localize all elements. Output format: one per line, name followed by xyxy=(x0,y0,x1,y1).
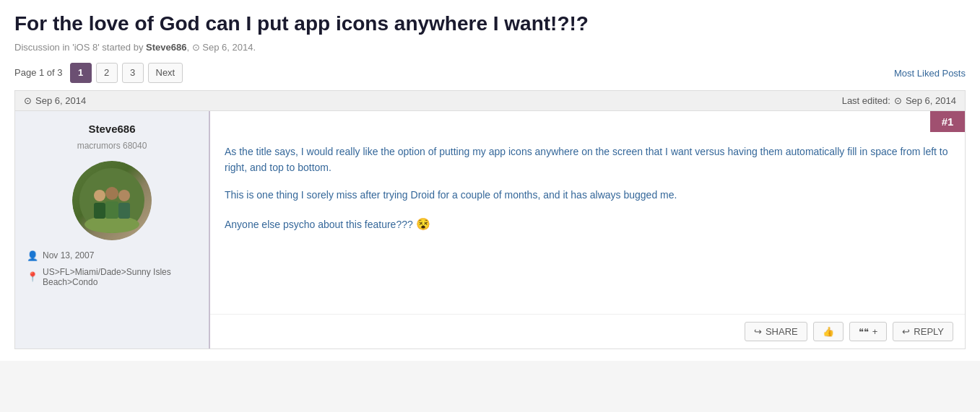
page-label: Page 1 of 3 xyxy=(14,67,63,78)
author-name: Steve686 xyxy=(146,42,186,53)
svg-point-2 xyxy=(94,190,105,201)
quote-icon: ❝❝ xyxy=(859,326,869,337)
clock-icon-right: ⊙ xyxy=(894,95,902,106)
svg-point-4 xyxy=(105,187,118,200)
category-link[interactable]: iOS 8 xyxy=(74,42,98,53)
like-button[interactable]: 👍 xyxy=(813,322,844,341)
svg-rect-3 xyxy=(94,203,105,219)
share-icon: ↪ xyxy=(754,326,762,337)
post-date-right: Last edited: ⊙ Sep 6, 2014 xyxy=(842,95,956,106)
thread-date: Sep 6, 2014 xyxy=(202,42,253,53)
location-icon: 📍 xyxy=(27,271,38,282)
svg-rect-5 xyxy=(105,201,118,219)
user-join-date: Nov 13, 2007 xyxy=(43,250,94,260)
post-number: #1 xyxy=(930,111,965,132)
post-user-rank: macrumors 68040 xyxy=(77,141,147,151)
quote-button[interactable]: ❝❝ + xyxy=(849,322,888,341)
user-join-row: 👤 Nov 13, 2007 xyxy=(27,250,197,261)
last-edited-prefix: Last edited: xyxy=(842,95,890,106)
thread-title: For the love of God can I put app icons … xyxy=(14,12,966,36)
post-paragraph-1: As the title says, I would really like t… xyxy=(225,144,950,176)
pagination-bar: Page 1 of 3 1 2 3 Next Most Liked Posts xyxy=(14,63,966,83)
post-sidebar: Steve686 macrumors 68040 xyxy=(15,111,210,349)
post-text-body: As the title says, I would really like t… xyxy=(210,132,965,314)
post-username[interactable]: Steve686 xyxy=(88,123,135,135)
avatar-image xyxy=(72,161,152,240)
page-btn-1[interactable]: 1 xyxy=(70,63,92,83)
page-wrapper: For the love of God can I put app icons … xyxy=(0,0,980,361)
avatar-svg xyxy=(79,168,144,233)
meta-middle: started by xyxy=(102,42,143,53)
thread-meta: Discussion in 'iOS 8' started by Steve68… xyxy=(14,42,966,53)
reply-icon: ↩ xyxy=(902,326,910,337)
post-date-bar: ⊙ Sep 6, 2014 Last edited: ⊙ Sep 6, 2014 xyxy=(14,90,966,111)
user-location-row: 📍 US>FL>Miami/Dade>Sunny Isles Beach>Con… xyxy=(27,267,197,287)
post-date-left: ⊙ Sep 6, 2014 xyxy=(24,95,86,106)
share-button[interactable]: ↪ SHARE xyxy=(745,322,807,341)
meta-prefix: Discussion in xyxy=(14,42,70,53)
post-date: Sep 6, 2014 xyxy=(35,95,86,106)
next-button[interactable]: Next xyxy=(148,63,183,83)
reply-button[interactable]: ↩ REPLY xyxy=(893,322,953,341)
post-container: Steve686 macrumors 68040 xyxy=(14,111,966,349)
most-liked-link[interactable]: Most Liked Posts xyxy=(894,67,966,79)
avatar xyxy=(72,161,152,240)
person-icon: 👤 xyxy=(27,250,38,261)
page-btn-2[interactable]: 2 xyxy=(96,63,118,83)
post-paragraph-2: This is one thing I sorely miss after tr… xyxy=(225,187,950,203)
svg-rect-7 xyxy=(118,203,130,219)
clock-icon-left: ⊙ xyxy=(24,95,32,106)
post-content-area: #1 As the title says, I would really lik… xyxy=(210,111,965,349)
pagination-left: Page 1 of 3 1 2 3 Next xyxy=(14,63,183,83)
post-paragraph-3: Anyone else psycho about this feature???… xyxy=(225,215,950,234)
clock-icon-meta: ⊙ xyxy=(192,42,200,53)
svg-point-6 xyxy=(118,190,130,201)
page-btn-3[interactable]: 3 xyxy=(122,63,144,83)
post-footer: ↪ SHARE 👍 ❝❝ + ↩ REPLY xyxy=(210,314,965,349)
last-edited-date: Sep 6, 2014 xyxy=(906,95,956,106)
emoji-psycho: 😵 xyxy=(416,218,430,230)
user-location: US>FL>Miami/Dade>Sunny Isles Beach>Condo xyxy=(43,267,197,287)
thumbs-up-icon: 👍 xyxy=(823,326,834,337)
